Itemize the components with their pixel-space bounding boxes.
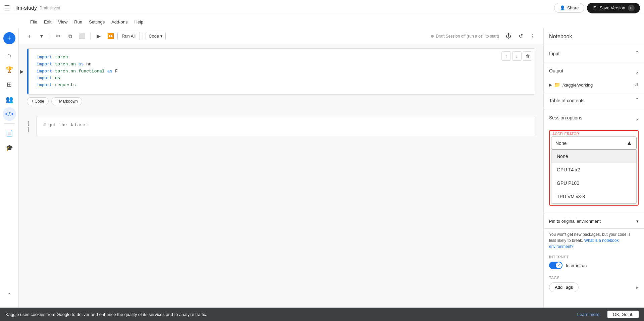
menu-run[interactable]: Run	[71, 16, 86, 28]
add-tags-label: Add Tags	[555, 285, 573, 290]
save-icon: ⏱	[592, 5, 597, 10]
folder-icon: 📁	[554, 82, 560, 88]
sidebar-divider	[4, 123, 15, 124]
menu-addons[interactable]: Add-ons	[108, 16, 131, 28]
add-icon: +	[7, 35, 11, 42]
run-all-fast-icon: ⏩	[107, 33, 114, 39]
session-dot-icon	[431, 35, 434, 38]
session-status-text: Draft Session off (run a cell to start)	[436, 34, 499, 39]
pin-env-section: Pin to original environment ▾	[544, 214, 644, 229]
run-all-fast-button[interactable]: ⏩	[105, 31, 116, 42]
session-status: Draft Session off (run a cell to start)	[431, 34, 499, 39]
internet-toggle[interactable]: ✓	[549, 262, 562, 269]
cut-icon: ✂	[56, 33, 60, 39]
notebook-area: ▶ ↑ ↓ 🗑 import torch import torch.nn as …	[19, 44, 543, 308]
cell-delete-button[interactable]: 🗑	[523, 51, 532, 61]
save-version-button[interactable]: ⏱ Save Version 0	[587, 3, 640, 13]
share-button[interactable]: 👤 Share	[554, 3, 585, 13]
code-cell-1[interactable]: ▶ ↑ ↓ 🗑 import torch import torch.nn as …	[27, 48, 535, 95]
cell-bracket-label: [ ]	[27, 120, 35, 133]
home-icon: ⌂	[7, 52, 11, 59]
chevron-down-icon: ˅	[8, 292, 11, 299]
copy-button[interactable]: ⧉	[65, 31, 75, 42]
session-options-label: Session options	[549, 115, 582, 120]
run-button[interactable]: ▶	[93, 31, 104, 42]
code-icon: </>	[5, 111, 13, 118]
tags-expand-icon[interactable]: ▸	[636, 284, 639, 290]
add-button[interactable]: +	[3, 32, 15, 44]
main-layout: + ⌂ 🏆 ⊞ 👥 </> 📄 🎓 ˅	[0, 28, 644, 308]
input-section: Input ˅	[544, 45, 644, 62]
add-cell-button[interactable]: +	[24, 31, 35, 42]
output-folder-row: ▶ 📁 /kaggle/working ↺	[549, 82, 639, 88]
refresh-button[interactable]: ↺	[515, 31, 526, 42]
version-badge: 0	[628, 5, 635, 11]
accelerator-option-gpu-t4[interactable]: GPU T4 x2	[551, 163, 636, 176]
cell-code-2: # get the dataset	[37, 116, 535, 134]
session-options-content: ACCELERATOR None GPU T4 x2 GPU P100 TPU …	[544, 126, 644, 214]
sidebar-item-learn[interactable]: 🎓	[3, 141, 16, 155]
cell-type-label: Code	[149, 34, 159, 39]
sidebar-item-competitions[interactable]: 🏆	[3, 63, 16, 76]
menu-view[interactable]: View	[55, 16, 71, 28]
accelerator-option-none[interactable]: None	[551, 150, 636, 163]
hamburger-menu-icon[interactable]: ☰	[4, 4, 10, 12]
toc-label: Table of contents	[549, 98, 585, 103]
output-section-content: ▶ 📁 /kaggle/working ↺	[544, 79, 644, 92]
internet-label: INTERNET	[549, 255, 639, 259]
cell-move-up-button[interactable]: ↑	[501, 51, 511, 61]
add-markdown-button[interactable]: + Markdown	[51, 97, 82, 105]
cell-run-button-1[interactable]: ▶	[19, 67, 26, 75]
cut-button[interactable]: ✂	[53, 31, 63, 42]
notebook-title: llm-study	[15, 5, 37, 11]
menu-edit[interactable]: Edit	[41, 16, 55, 28]
accelerator-label: ACCELERATOR	[551, 132, 637, 136]
accelerator-option-tpu[interactable]: TPU VM v3-8	[551, 190, 636, 203]
output-folder-path: /kaggle/working	[562, 83, 593, 88]
cell-actions-1: ↑ ↓ 🗑	[501, 51, 532, 61]
toolbar: + ▾ ✂ ⧉ ⬜ ▶ ⏩ Run All	[19, 28, 543, 44]
internet-status-text: Internet on	[566, 263, 587, 268]
cookie-learn-more-link[interactable]: Learn more	[577, 312, 599, 317]
share-icon: 👤	[560, 5, 565, 10]
table-icon: ⊞	[7, 81, 12, 88]
internet-toggle-row: ✓ Internet on	[549, 262, 639, 269]
session-options-chevron-icon: ˅	[636, 114, 639, 121]
add-tags-button[interactable]: Add Tags	[549, 282, 579, 292]
cell-code-1: import torch import torch.nn as nn impor…	[30, 49, 535, 94]
menu-file[interactable]: File	[27, 16, 41, 28]
run-all-button[interactable]: Run All	[117, 32, 140, 40]
add-code-button[interactable]: + Code	[27, 97, 49, 105]
more-options-button[interactable]: ⋮	[527, 31, 538, 42]
doc-icon: 📄	[6, 129, 13, 137]
refresh-output-icon[interactable]: ↺	[634, 82, 639, 88]
cookie-ok-button[interactable]: OK, Got it.	[607, 311, 639, 318]
toolbar-divider-2	[90, 33, 91, 40]
sidebar-item-community[interactable]: 👥	[3, 93, 16, 106]
toolbar-divider-1	[50, 33, 50, 40]
menu-help[interactable]: Help	[131, 16, 147, 28]
expand-folder-icon[interactable]: ▶	[549, 83, 552, 87]
cell-type-selector[interactable]: Code ▾	[146, 32, 166, 40]
input-label: Input	[549, 51, 559, 56]
session-options-header[interactable]: Session options ˅	[544, 109, 644, 126]
cell-move-down-button[interactable]: ↓	[512, 51, 522, 61]
accelerator-option-gpu-p100[interactable]: GPU P100	[551, 176, 636, 190]
input-section-header[interactable]: Input ˅	[544, 45, 644, 62]
sidebar-item-datasets[interactable]: ⊞	[3, 78, 16, 91]
menu-settings[interactable]: Settings	[86, 16, 108, 28]
top-bar: ☰ llm-study Draft saved 👤 Share ⏱ Save V…	[0, 0, 644, 16]
paste-button[interactable]: ⬜	[77, 31, 88, 42]
sidebar-item-docs[interactable]: 📄	[3, 126, 16, 140]
output-section-header[interactable]: Output ˅	[544, 62, 644, 79]
code-cell-2[interactable]: # get the dataset	[36, 116, 535, 136]
sidebar-item-code[interactable]: </>	[3, 107, 16, 121]
pin-env-selector[interactable]: Pin to original environment ▾	[549, 217, 639, 226]
power-button[interactable]: ⏻	[503, 31, 514, 42]
cell-container-2: [ ] # get the dataset	[19, 112, 543, 140]
toolbar-divider-3	[143, 33, 143, 40]
cell-options-dropdown[interactable]: ▾	[36, 31, 47, 42]
sidebar-item-expand[interactable]: ˅	[3, 289, 16, 302]
sidebar-item-home[interactable]: ⌂	[3, 48, 16, 62]
toc-section-header[interactable]: Table of contents ˅	[544, 92, 644, 109]
